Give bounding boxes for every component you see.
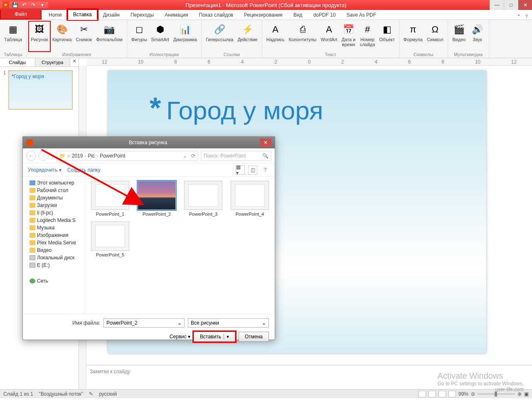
tab-savepdf[interactable]: Save As PDF [341, 10, 382, 20]
tab-view[interactable]: Вид [288, 10, 308, 20]
file-item[interactable]: PowerPoint_5 [89, 222, 131, 257]
file-item[interactable]: PowerPoint_1 [89, 181, 131, 217]
panel-tab-slides[interactable]: Слайды [0, 58, 35, 67]
dialog-nav: ← → ↑ 📁 « 2019› Pic› PowerPoint ⌄ ⟳ Поис… [23, 148, 275, 163]
tab-slideshow[interactable]: Показ слайдов [194, 10, 239, 20]
ribbon-screenshot[interactable]: ✂Снимок [74, 22, 94, 51]
group-label: Иллюстрации [150, 51, 179, 57]
filename-input[interactable]: PowerPoint_2⌄ [103, 318, 185, 328]
crumb-0[interactable]: 2019 [72, 153, 83, 159]
tree-node[interactable]: Загрузки [25, 202, 83, 209]
new-folder-button[interactable]: Создать папку [67, 167, 101, 173]
view-sorter-button[interactable] [429, 391, 436, 397]
undo-icon[interactable]: ↶ [21, 2, 27, 8]
tab-home[interactable]: Home [43, 10, 67, 20]
tree-node[interactable]: li (li-pc) [25, 209, 83, 217]
ribbon-picture[interactable]: 🖼Рисунок [29, 22, 50, 51]
tree-node[interactable]: E (E:) [25, 261, 83, 269]
ribbon-object[interactable]: ◧Объект [377, 22, 396, 51]
file-item[interactable]: PowerPoint_4 [229, 181, 271, 217]
zoom-slider[interactable] [478, 393, 515, 395]
crumb-1[interactable]: Pic [88, 153, 95, 159]
tree-node[interactable]: Сеть [25, 277, 83, 285]
qat-more-icon[interactable]: ▾ [39, 2, 46, 8]
folder-icon [30, 188, 35, 193]
organize-menu[interactable]: Упорядочить ▾ [28, 167, 62, 173]
ribbon-clipart[interactable]: 🎨Картинка [51, 22, 74, 51]
search-input[interactable]: Поиск: PowerPoint 🔍 [201, 151, 271, 161]
tree-node[interactable]: Этот компьютер [25, 179, 83, 187]
tab-dopdf[interactable]: doPDF 10 [308, 10, 341, 20]
fit-icon[interactable]: ▣ [524, 391, 529, 397]
tree-node[interactable]: Рабочий стол [25, 187, 83, 194]
tab-review[interactable]: Рецензирование [239, 10, 288, 20]
ribbon-group-Текст: AНадпись⎙КолонтитулыAWordArt📅Дата ивремя… [262, 20, 399, 58]
language-icon[interactable]: ✎ [89, 391, 93, 397]
file-item[interactable]: PowerPoint_2 [136, 181, 177, 217]
crumb-dropdown-icon[interactable]: ⌄ [183, 153, 187, 159]
minimize-button[interactable]: — [490, 0, 504, 10]
search-icon: 🔍 [262, 153, 268, 159]
status-theme: "Воздушный поток" [39, 391, 83, 397]
maximize-button[interactable]: □ [504, 0, 518, 10]
file-name: PowerPoint_3 [189, 212, 218, 217]
panel-tab-outline[interactable]: Структура [35, 58, 71, 67]
save-icon[interactable]: 💾 [12, 2, 18, 8]
tree-node[interactable]: Изображения [25, 232, 83, 239]
slide-thumbnail-1[interactable]: 1 *Город у моря [3, 70, 75, 110]
insert-button[interactable]: Вставить▾ [194, 332, 235, 342]
ribbon-video[interactable]: 🎬Видео [451, 22, 468, 51]
ribbon-audio[interactable]: 🔊Звук [469, 22, 486, 51]
ribbon-action[interactable]: ⚡Действие [236, 22, 259, 51]
view-normal-button[interactable] [419, 391, 426, 397]
ribbon-smartart[interactable]: ⬢SmartArt [150, 22, 171, 51]
nav-up-button[interactable]: ↑ [51, 153, 54, 159]
nav-back-button[interactable]: ← [26, 151, 36, 161]
nav-forward-button[interactable]: → [39, 151, 49, 161]
preview-pane-button[interactable]: ◫ [248, 165, 257, 175]
panel-close-icon[interactable]: ✕ [70, 58, 79, 67]
tools-menu[interactable]: Сервис ▾ [170, 334, 190, 340]
ribbon-chart[interactable]: 📊Диаграмма [172, 22, 199, 51]
ribbon-symbol[interactable]: ΩСимвол [425, 22, 445, 51]
breadcrumb[interactable]: 📁 « 2019› Pic› PowerPoint ⌄ ⟳ [57, 151, 198, 161]
file-tab[interactable]: Файл [0, 9, 42, 20]
tree-node[interactable]: Plex Media Serve [25, 239, 83, 246]
cancel-button[interactable]: Отмена [239, 332, 269, 342]
ribbon-slidenum[interactable]: #Номерслайда [358, 22, 377, 51]
redo-icon[interactable]: ↷ [30, 2, 37, 8]
ribbon-datetime[interactable]: 📅Дата ивремя [340, 22, 357, 51]
refresh-icon[interactable]: ⟳ [191, 153, 195, 159]
tab-design[interactable]: Дизайн [98, 10, 125, 20]
view-mode-button[interactable]: ▦ ▾ [236, 165, 245, 175]
ribbon-textbox[interactable]: AНадпись [265, 22, 286, 51]
dialog-close-button[interactable]: ✕ [260, 138, 271, 147]
tree-node[interactable]: Локальный диск [25, 254, 83, 261]
close-button[interactable]: ✕ [518, 0, 532, 10]
tree-node[interactable]: Logitech Media S [25, 217, 83, 224]
ribbon-table[interactable]: ▦Таблица [2, 22, 24, 51]
crumb-2[interactable]: PowerPoint [100, 153, 125, 159]
tree-node[interactable]: Музыка [25, 224, 83, 232]
ribbon-wordart[interactable]: AWordArt [319, 22, 339, 51]
file-item[interactable]: PowerPoint_3 [182, 181, 224, 217]
tab-animation[interactable]: Анимация [159, 10, 193, 20]
tab-insert[interactable]: Вставка [67, 9, 98, 20]
slide-title[interactable]: Город у моря [166, 96, 323, 125]
ribbon-album[interactable]: 📷Фотоальбом [94, 22, 124, 51]
ribbon-link[interactable]: 🔗Гиперссылка [204, 22, 235, 51]
ribbon-minimize-icon[interactable]: ⌃ [517, 14, 521, 20]
ribbon-equation[interactable]: πФормула [402, 22, 424, 51]
tree-node[interactable]: Документы [25, 194, 83, 202]
tab-transitions[interactable]: Переходы [125, 10, 159, 20]
smartart-icon: ⬢ [153, 23, 167, 36]
ribbon-shapes[interactable]: ◻Фигуры [130, 22, 149, 51]
dialog-titlebar: Вставка рисунка ✕ [23, 137, 275, 148]
tree-node[interactable]: Видео [25, 246, 83, 254]
ribbon-headerfooter[interactable]: ⎙Колонтитулы [287, 22, 318, 51]
help-icon[interactable]: ? [525, 14, 528, 20]
filetype-filter[interactable]: Все рисунки⌄ [188, 318, 269, 328]
status-language[interactable]: русский [99, 391, 117, 397]
folder-icon [30, 240, 35, 245]
dialog-help-icon[interactable]: ? [261, 165, 270, 175]
